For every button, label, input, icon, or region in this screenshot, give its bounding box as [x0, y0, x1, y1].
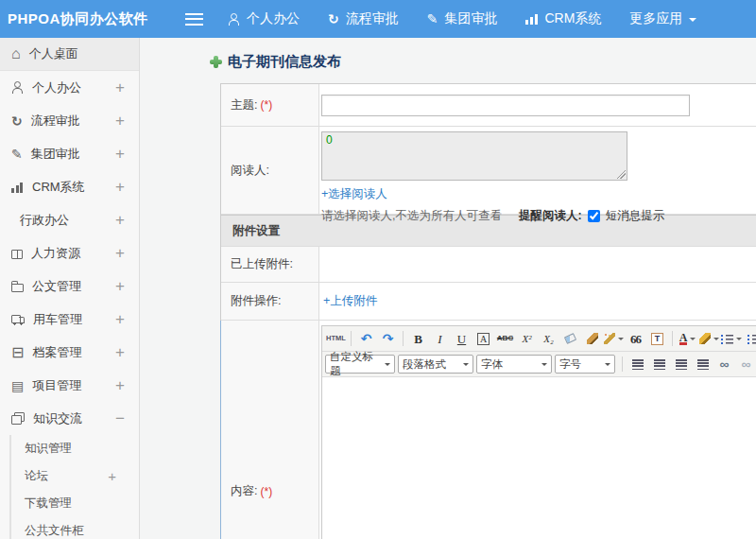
- italic-button[interactable]: I: [430, 329, 450, 348]
- ordered-list-button[interactable]: [721, 329, 742, 348]
- blockquote-button-glyph: 66: [630, 333, 641, 345]
- sidebar-subgroup: 知识管理论坛+下载管理公共文件柜: [9, 435, 139, 539]
- sidebar-subitem-公共文件柜[interactable]: 公共文件柜: [11, 517, 139, 539]
- expand-plus-icon[interactable]: +: [115, 78, 125, 97]
- sidebar-item-CRM系统[interactable]: CRM系统+: [0, 170, 139, 203]
- align-center-button[interactable]: [649, 355, 669, 374]
- attachment-action-cell: +上传附件: [319, 283, 756, 320]
- superscript-button[interactable]: X²: [517, 329, 537, 348]
- select-arrow-icon: [463, 363, 469, 369]
- justify-button[interactable]: [693, 355, 713, 374]
- select-readers-link[interactable]: +选择阅读人: [321, 186, 387, 202]
- font-family-select[interactable]: 字体: [476, 355, 552, 374]
- unlink-button[interactable]: ∞: [736, 355, 756, 374]
- sidebar-item-项目管理[interactable]: ▤项目管理+: [0, 369, 139, 402]
- bold-button[interactable]: B: [408, 329, 428, 348]
- font-size-select-value: 字号: [559, 357, 581, 372]
- topnav-label: CRM系统: [544, 10, 601, 27]
- expand-plus-icon[interactable]: +: [115, 343, 125, 362]
- font-format-button[interactable]: A: [473, 329, 493, 348]
- sidebar-subitem-知识管理[interactable]: 知识管理: [11, 435, 139, 462]
- editor-body[interactable]: [322, 377, 756, 539]
- select-arrow-icon: [541, 363, 547, 369]
- align-left-button[interactable]: [627, 355, 647, 374]
- sidebar-subitem-下载管理[interactable]: 下载管理: [11, 490, 139, 517]
- paragraph-format-select[interactable]: 段落格式: [398, 355, 473, 374]
- highlight-color-button[interactable]: [699, 329, 719, 348]
- upload-attachment-link[interactable]: +上传附件: [323, 293, 377, 309]
- remove-format-button[interactable]: [560, 329, 580, 348]
- readers-textarea[interactable]: 0: [321, 131, 627, 181]
- topnav-personal-office[interactable]: 个人办公: [228, 10, 300, 27]
- expand-plus-icon[interactable]: +: [115, 112, 125, 130]
- paste-as-text-button[interactable]: T: [647, 329, 667, 348]
- sidebar-item-知识交流[interactable]: 知识交流−: [0, 402, 139, 435]
- uploaded-attachment-value: [319, 247, 756, 282]
- sms-checkbox[interactable]: [588, 210, 600, 222]
- strikethrough-button[interactable]: ABC: [495, 329, 515, 348]
- topnav-crm-system[interactable]: CRM系统: [525, 10, 601, 27]
- sidebar-item-流程审批[interactable]: ↻流程审批+: [0, 104, 139, 137]
- book-icon: [11, 250, 23, 259]
- dropdown-caret-icon: [690, 338, 696, 343]
- link-button-glyph: ∞: [720, 357, 730, 371]
- topnav-label: 个人办公: [247, 10, 300, 27]
- underline-button[interactable]: U: [452, 329, 472, 348]
- font-color-button[interactable]: A: [678, 329, 697, 348]
- sidebar-item-行政办公[interactable]: 行政办公+: [0, 203, 139, 236]
- required-mark: (*): [260, 485, 272, 498]
- folder-icon: [11, 284, 24, 292]
- topnav-group-approval[interactable]: ✎集团审批: [427, 10, 498, 27]
- italic-button-glyph: I: [438, 333, 441, 345]
- expand-plus-icon[interactable]: +: [115, 145, 125, 164]
- expand-plus-icon[interactable]: +: [115, 310, 125, 329]
- source-code-button[interactable]: HTML: [326, 329, 346, 348]
- align-right-button[interactable]: [671, 355, 691, 374]
- topnav-workflow-approval[interactable]: ↻流程审批: [328, 10, 399, 27]
- auto-typeset-button[interactable]: [604, 329, 624, 348]
- redo-button[interactable]: ↷: [378, 329, 398, 348]
- blockquote-button[interactable]: 66: [626, 329, 645, 348]
- format-brush-button[interactable]: [582, 329, 602, 348]
- toolbar-separator: [351, 331, 352, 346]
- subscript-button[interactable]: X₂: [539, 329, 558, 348]
- sidebar-subitem-论坛[interactable]: 论坛+: [11, 462, 139, 490]
- sidebar-item-档案管理[interactable]: ⊟档案管理+: [0, 336, 139, 369]
- top-nav: 个人办公↻流程审批✎集团审批CRM系统更多应用: [228, 10, 696, 27]
- subject-input[interactable]: [321, 95, 690, 116]
- attachment-section-title: 附件设置: [232, 223, 280, 239]
- sidebar-subitem-label: 下载管理: [25, 496, 116, 512]
- topnav-label: 更多应用: [629, 10, 682, 27]
- subject-cell: [319, 84, 756, 126]
- align-left-button-icon: [632, 359, 644, 370]
- uploaded-attachment-row: 已上传附件:: [221, 247, 756, 283]
- sidebar-item-公文管理[interactable]: 公文管理+: [0, 270, 139, 303]
- collapse-minus-icon[interactable]: −: [115, 409, 125, 428]
- sidebar-item-label: 项目管理: [32, 377, 115, 394]
- sidebar-item-个人桌面[interactable]: ⌂个人桌面: [0, 38, 139, 71]
- expand-plus-icon[interactable]: +: [115, 277, 125, 296]
- unordered-list-button[interactable]: [744, 329, 756, 348]
- expand-plus-icon[interactable]: +: [115, 244, 125, 263]
- sidebar-item-集团审批[interactable]: ✎集团审批+: [0, 137, 139, 170]
- topnav-more-apps[interactable]: 更多应用: [629, 10, 696, 27]
- sidebar-item-label: 集团审批: [31, 146, 115, 163]
- sidebar-item-人力资源[interactable]: 人力资源+: [0, 236, 139, 270]
- page-title: 电子期刊信息发布: [228, 53, 341, 71]
- paste-as-text-button-glyph: T: [651, 333, 664, 345]
- unlink-button-glyph: ∞: [742, 357, 751, 371]
- cycle-icon: ↻: [328, 12, 339, 26]
- hamburger-menu-icon[interactable]: [185, 13, 203, 26]
- heading-select[interactable]: 自定义标题: [325, 355, 395, 374]
- expand-plus-icon[interactable]: +: [108, 468, 116, 484]
- expand-plus-icon[interactable]: +: [115, 376, 125, 395]
- expand-plus-icon[interactable]: +: [115, 178, 125, 197]
- undo-button-glyph: ↶: [361, 332, 372, 345]
- undo-button[interactable]: ↶: [356, 329, 376, 348]
- sidebar-item-个人办公[interactable]: 个人办公+: [0, 71, 139, 104]
- dropdown-caret-icon: [713, 338, 719, 343]
- expand-plus-icon[interactable]: +: [115, 211, 125, 230]
- sidebar-item-用车管理[interactable]: 用车管理+: [0, 303, 139, 336]
- font-size-select[interactable]: 字号: [555, 355, 615, 374]
- link-button[interactable]: ∞: [714, 355, 734, 374]
